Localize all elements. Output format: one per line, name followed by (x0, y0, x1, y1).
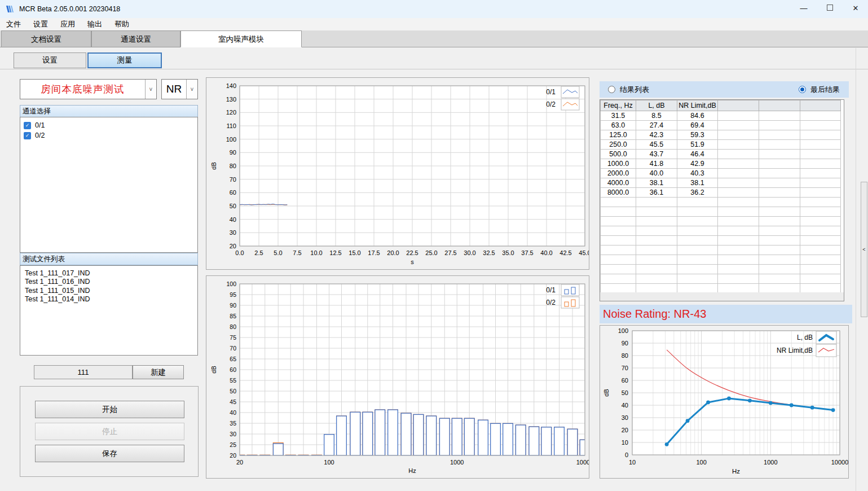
close-button[interactable]: ✕ (843, 0, 868, 18)
table-cell (759, 188, 800, 198)
list-item[interactable]: Test 1_111_014_IND (20, 295, 197, 304)
svg-text:30: 30 (230, 431, 236, 437)
table-row: 2000.040.040.3 (601, 169, 841, 178)
column-header: NR Limit,dB (677, 100, 718, 111)
table-header-row: Freq., HzL, dBNR Limit,dB (601, 100, 841, 111)
table-cell (718, 178, 759, 188)
rating-standard-value: NR (162, 80, 186, 99)
table-cell (636, 246, 677, 255)
svg-text:0/2: 0/2 (546, 299, 556, 306)
table-cell (677, 198, 718, 207)
list-item[interactable]: Test 1_111_017_IND (20, 269, 197, 278)
svg-text:s: s (411, 258, 414, 265)
table-cell: 84.6 (677, 111, 718, 121)
panel-collapse-button[interactable]: < (861, 182, 867, 317)
table-cell: 500.0 (601, 150, 636, 159)
table-cell: 27.4 (636, 121, 677, 130)
start-button[interactable]: 开始 (35, 401, 184, 418)
table-cell: 31.5 (601, 111, 636, 121)
chevron-down-icon[interactable]: ˅ (186, 80, 197, 99)
svg-text:75: 75 (230, 334, 236, 341)
channel-section-header: 通道选择 (20, 105, 198, 117)
save-button[interactable]: 保存 (35, 445, 184, 462)
table-row (601, 246, 841, 255)
table-cell: 36.1 (636, 188, 677, 198)
result-list-radio[interactable] (608, 86, 615, 93)
minimize-button[interactable]: — (792, 0, 815, 18)
menu-item-1[interactable]: 设置 (27, 18, 54, 30)
table-cell (759, 178, 800, 188)
table-cell: 69.4 (677, 121, 718, 130)
svg-text:22.5: 22.5 (406, 249, 418, 256)
list-item[interactable]: Test 1_111_015_IND (20, 287, 197, 295)
table-cell (759, 150, 800, 159)
table-cell (800, 188, 841, 198)
svg-text:20.0: 20.0 (387, 249, 399, 256)
stop-button[interactable]: 停止 (35, 423, 184, 440)
table-cell (718, 140, 759, 150)
rating-standard-combobox[interactable]: NR ˅ (161, 79, 198, 99)
last-result-label: 最后结果 (810, 85, 840, 95)
table-cell (800, 159, 841, 169)
table-row: 1000.041.842.9 (601, 159, 841, 169)
table-cell: 59.3 (677, 130, 718, 140)
table-cell (601, 236, 636, 246)
svg-text:dB: dB (210, 366, 217, 373)
channel-item[interactable]: ✓0/1 (20, 120, 197, 130)
svg-text:60: 60 (230, 189, 236, 196)
menu-item-0[interactable]: 文件 (0, 18, 27, 30)
test-name-input[interactable] (34, 365, 133, 379)
table-cell (759, 217, 800, 226)
table-cell: 46.4 (677, 150, 718, 159)
table-cell (601, 226, 636, 236)
svg-text:60: 60 (230, 366, 236, 373)
tab-0[interactable]: 文档设置 (1, 30, 91, 47)
column-header (718, 100, 759, 111)
table-cell (601, 198, 636, 207)
table-row: 250.045.551.9 (601, 140, 841, 150)
table-cell (677, 236, 718, 246)
svg-text:30.0: 30.0 (464, 249, 475, 256)
svg-text:10000: 10000 (576, 459, 589, 466)
table-cell: 8.5 (636, 111, 677, 121)
table-cell (800, 198, 841, 207)
svg-text:20: 20 (230, 452, 236, 459)
table-cell (718, 226, 759, 236)
table-row: 63.027.469.4 (601, 121, 841, 130)
new-button[interactable]: 新建 (133, 365, 184, 379)
table-cell (718, 130, 759, 140)
spectrum-chart: 2025303540455055606570758085909510020100… (206, 275, 589, 479)
svg-text:37.5: 37.5 (521, 249, 533, 256)
list-item[interactable]: Test 1_111_016_IND (20, 278, 197, 286)
svg-text:120: 120 (226, 109, 236, 116)
maximize-button[interactable] (818, 0, 841, 18)
svg-text:40.0: 40.0 (540, 249, 552, 256)
svg-text:7.5: 7.5 (293, 249, 301, 256)
menu-item-2[interactable]: 应用 (54, 18, 81, 30)
table-cell (718, 150, 759, 159)
table-cell (677, 265, 718, 274)
checkbox-checked-icon[interactable]: ✓ (24, 122, 31, 129)
table-cell (677, 274, 718, 284)
divider (0, 69, 868, 69)
chevron-down-icon[interactable]: ˅ (145, 80, 156, 99)
checkbox-checked-icon[interactable]: ✓ (24, 132, 31, 139)
svg-text:100: 100 (226, 136, 236, 143)
last-result-radio[interactable] (799, 86, 806, 93)
svg-text:100: 100 (226, 280, 236, 287)
table-cell (718, 246, 759, 255)
tab-1[interactable]: 通道设置 (91, 30, 180, 47)
tab-strip: 文档设置通道设置室内噪声模块 (0, 30, 868, 47)
menu-item-4[interactable]: 帮助 (108, 18, 135, 30)
svg-text:95: 95 (230, 291, 236, 298)
svg-text:80: 80 (230, 323, 236, 330)
table-cell: 41.8 (636, 159, 677, 169)
table-cell (759, 255, 800, 265)
test-type-combobox[interactable]: 房间本底噪声测试 ˅ (20, 79, 157, 99)
tab-measure[interactable]: 测量 (87, 52, 162, 68)
table-cell (601, 217, 636, 226)
tab-2[interactable]: 室内噪声模块 (180, 30, 302, 47)
tab-settings[interactable]: 设置 (14, 52, 86, 68)
menu-item-3[interactable]: 输出 (81, 18, 108, 30)
channel-item[interactable]: ✓0/2 (20, 130, 197, 141)
